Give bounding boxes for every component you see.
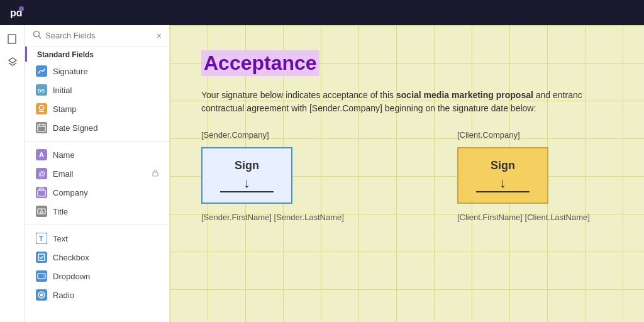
svg-rect-21: [153, 172, 158, 176]
signature-icon: [35, 65, 48, 77]
title-label: Title: [53, 207, 68, 216]
sender-sign-underline: [220, 191, 274, 192]
sidebar-item-radio[interactable]: Radio: [25, 286, 169, 304]
app-container: pd: [0, 0, 644, 322]
sidebar-search-bar: ×: [25, 25, 169, 47]
doc-title: Acceptance: [201, 50, 319, 76]
email-lock-icon: [152, 169, 159, 178]
svg-text:@: @: [38, 170, 45, 177]
sidebar-item-company[interactable]: Company: [25, 183, 169, 202]
sidebar-item-date-signed[interactable]: Date Signed: [25, 118, 169, 137]
name-icon: A: [35, 148, 48, 161]
sidebar-item-initial[interactable]: DS Initial: [25, 80, 169, 99]
checkbox-label: Checkbox: [53, 253, 89, 262]
svg-point-4: [34, 31, 40, 37]
sender-signature-col: [Sender.Company] Sign ↓ [Sender.FirstNam…: [201, 130, 344, 222]
signature-section: [Sender.Company] Sign ↓ [Sender.FirstNam…: [201, 130, 613, 222]
company-icon: [35, 186, 48, 199]
date-signed-icon: [35, 121, 48, 134]
email-label: Email: [53, 169, 74, 179]
sidebar-item-title[interactable]: Title: [25, 202, 169, 221]
client-sign-box[interactable]: Sign ↓: [457, 147, 548, 204]
radio-icon: [35, 289, 48, 301]
text-icon: T: [35, 232, 48, 245]
top-bar: pd: [0, 0, 644, 25]
logo: pd: [8, 4, 25, 21]
sender-sign-box[interactable]: Sign ↓: [201, 147, 292, 204]
standard-fields-header: Standard Fields: [25, 47, 169, 62]
sidebar-item-stamp[interactable]: Stamp: [25, 99, 169, 118]
client-sign-text: Sign: [491, 159, 515, 172]
email-icon: @: [35, 167, 48, 180]
stamp-icon: [35, 103, 48, 115]
sidebar-item-signature[interactable]: Signature: [25, 62, 169, 80]
search-icon: [33, 30, 42, 41]
svg-rect-11: [39, 111, 44, 112]
doc-paragraph: Your signature below indicates acceptanc…: [201, 89, 610, 115]
initial-label: Initial: [53, 86, 72, 95]
client-name-label: [Client.FirstName] [Client.LastName]: [457, 213, 590, 222]
stamp-label: Stamp: [53, 104, 77, 114]
svg-text:A: A: [39, 151, 44, 158]
title-icon: [35, 205, 48, 218]
svg-point-37: [40, 294, 43, 297]
sidebar-item-checkbox[interactable]: Checkbox: [25, 248, 169, 267]
sidebar: × Standard Fields Signature DS: [25, 25, 170, 322]
dropdown-label: Dropdown: [53, 272, 90, 281]
sender-sign-text: Sign: [235, 159, 259, 172]
company-label: Company: [53, 188, 88, 197]
sidebar-item-text[interactable]: T Text: [25, 229, 169, 248]
sender-name-label: [Sender.FirstName] [Sender.LastName]: [201, 213, 344, 222]
checkbox-icon: [35, 251, 48, 264]
name-label: Name: [53, 150, 75, 160]
text-label: Text: [53, 234, 68, 243]
svg-rect-3: [8, 35, 16, 43]
client-company-label: [Client.Company]: [457, 130, 590, 140]
divider-2: [25, 225, 169, 225]
signature-label: Signature: [53, 67, 88, 76]
svg-text:T: T: [39, 235, 43, 242]
svg-line-5: [39, 36, 42, 39]
client-sign-underline: [476, 191, 530, 192]
svg-rect-9: [36, 103, 47, 114]
date-signed-label: Date Signed: [53, 123, 98, 133]
divider-1: [25, 141, 169, 142]
svg-point-2: [19, 6, 24, 11]
sender-company-label: [Sender.Company]: [201, 130, 344, 140]
document-area: Acceptance Your signature below indicate…: [170, 25, 644, 322]
pages-button[interactable]: [4, 30, 21, 48]
initial-icon: DS: [35, 84, 48, 96]
svg-text:DS: DS: [38, 88, 45, 94]
sidebar-item-name[interactable]: A Name: [25, 145, 169, 164]
left-toolbar: [0, 25, 25, 322]
sidebar-item-dropdown[interactable]: Dropdown: [25, 267, 169, 286]
close-icon[interactable]: ×: [157, 31, 162, 41]
client-signature-col: [Client.Company] Sign ↓ [Client.FirstNam…: [457, 130, 590, 222]
search-input[interactable]: [45, 31, 153, 40]
sender-sign-arrow-icon: ↓: [243, 176, 250, 190]
layers-button[interactable]: [4, 53, 21, 70]
dropdown-icon: [35, 270, 48, 282]
document-content: Acceptance Your signature below indicate…: [170, 25, 644, 260]
client-sign-arrow-icon: ↓: [499, 176, 506, 190]
radio-label: Radio: [53, 291, 74, 300]
sidebar-item-email[interactable]: @ Email: [25, 164, 169, 183]
main-layout: × Standard Fields Signature DS: [0, 25, 644, 322]
